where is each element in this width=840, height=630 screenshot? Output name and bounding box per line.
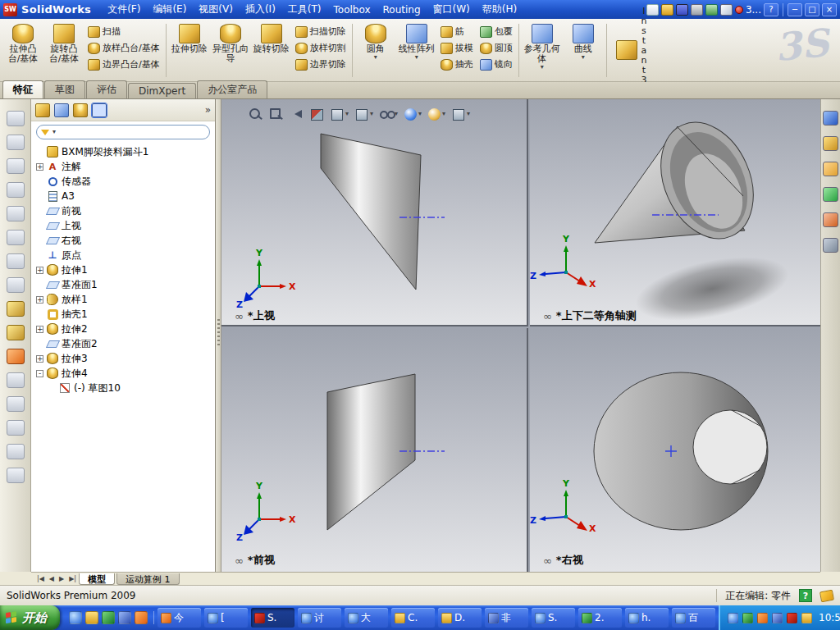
tab-evaluate[interactable]: 评估	[86, 80, 127, 98]
tab-nav-last[interactable]: ▶|	[66, 575, 79, 582]
graphics-area[interactable]: X Y Z X Y Z	[221, 99, 820, 572]
menu-tools[interactable]: 工具(T)	[282, 1, 327, 18]
configurationmanager-tab-icon[interactable]	[73, 103, 88, 117]
tree-item-top-plane[interactable]: 上视	[34, 218, 213, 233]
save-icon[interactable]	[676, 4, 688, 16]
quick-launch-icon[interactable]	[69, 611, 82, 624]
undo-icon[interactable]	[705, 4, 718, 16]
quick-launch-icon[interactable]	[118, 611, 131, 624]
reference-geometry-button[interactable]: 参考几何体▾	[523, 21, 562, 80]
expand-toggle[interactable]: +	[36, 163, 43, 171]
propertymanager-tab-icon[interactable]	[54, 103, 69, 117]
left-toolbar-icon[interactable]	[7, 158, 25, 174]
tree-item-sensors[interactable]: 传感器	[34, 174, 213, 189]
new-document-icon[interactable]	[646, 4, 659, 16]
taskbar-clock[interactable]: 10:52	[819, 612, 840, 623]
tree-item-right-plane[interactable]: 右视	[34, 233, 213, 248]
left-toolbar-icon[interactable]	[7, 325, 25, 340]
taskbar-button[interactable]: 2.	[578, 608, 622, 628]
quick-tips-help-icon[interactable]: ?	[799, 589, 812, 602]
tray-icon[interactable]	[757, 613, 768, 623]
tree-item-sheet-a3[interactable]: A3	[34, 189, 213, 203]
tree-item-loft1[interactable]: +放样1	[34, 292, 213, 307]
tab-sketch[interactable]: 草图	[44, 80, 85, 98]
viewport-front[interactable]	[221, 328, 528, 572]
taskbar-button[interactable]: 大	[345, 608, 388, 628]
previous-view-icon[interactable]	[289, 107, 304, 121]
tree-item-extrude2[interactable]: +拉伸2	[34, 322, 213, 336]
tab-nav-first[interactable]: |◀	[34, 575, 47, 582]
taskbar-button[interactable]: D.	[438, 608, 482, 628]
tree-item-extrude4[interactable]: -拉伸4	[34, 366, 213, 381]
taskbar-button[interactable]: C.	[391, 608, 435, 628]
minimize-button[interactable]: ─	[788, 3, 802, 16]
expand-toggle[interactable]: +	[36, 326, 43, 333]
left-toolbar-icon[interactable]	[7, 301, 25, 317]
loft-button[interactable]: 放样凸台/基体	[85, 41, 162, 55]
taskbar-button[interactable]: 讨	[298, 608, 341, 628]
menu-file[interactable]: 文件(F)	[102, 1, 146, 18]
loft-cut-button[interactable]: 放样切割	[293, 41, 349, 55]
hole-wizard-button[interactable]: 异型孔向导	[211, 21, 250, 80]
boundary-boss-button[interactable]: 边界凸台/基体	[85, 57, 162, 71]
left-toolbar-icon[interactable]	[7, 444, 25, 459]
left-toolbar-icon[interactable]	[7, 182, 25, 198]
left-toolbar-icon[interactable]	[7, 468, 25, 483]
expand-toggle[interactable]: +	[36, 267, 43, 274]
tray-icon[interactable]	[772, 613, 783, 623]
fillet-button[interactable]: 圆角▾	[356, 21, 395, 80]
rib-button[interactable]: 筋	[438, 25, 476, 39]
tray-icon[interactable]	[742, 613, 753, 623]
curves-button[interactable]: 曲线▾	[564, 21, 603, 80]
start-button[interactable]: 开始	[0, 605, 60, 630]
left-toolbar-icon[interactable]	[7, 253, 25, 269]
tree-item-origin[interactable]: 原点	[34, 248, 213, 262]
tag-icon[interactable]	[819, 589, 834, 602]
dimxpertmanager-tab-icon[interactable]	[92, 103, 107, 117]
extrude-boss-button[interactable]: 拉伸凸台/基体	[3, 21, 43, 80]
hide-show-items-button[interactable]: ▾	[379, 107, 398, 121]
zoom-area-icon[interactable]	[268, 107, 283, 121]
tree-item-front-plane[interactable]: 前视	[34, 203, 213, 218]
dome-button[interactable]: 圆顶	[477, 41, 515, 55]
taskbar-button[interactable]: 百	[672, 608, 715, 628]
open-icon[interactable]	[661, 4, 673, 16]
zoom-fit-icon[interactable]	[248, 107, 262, 121]
restore-button[interactable]: □	[805, 3, 819, 16]
tab-motion-study[interactable]: 运动算例 1	[116, 573, 180, 585]
instant3d-button[interactable]: Instant3D	[610, 21, 650, 80]
print-icon[interactable]	[691, 4, 703, 16]
taskbar-button[interactable]: S.	[532, 608, 575, 628]
revolve-cut-button[interactable]: 旋转切除	[252, 21, 291, 80]
left-toolbar-icon[interactable]	[7, 372, 25, 388]
select-icon[interactable]	[720, 4, 733, 16]
taskbar-button[interactable]: 非	[485, 608, 528, 628]
tray-icon[interactable]	[787, 613, 797, 623]
custom-properties-icon[interactable]	[823, 238, 838, 253]
left-toolbar-icon[interactable]	[7, 396, 25, 412]
left-toolbar-icon[interactable]	[7, 349, 25, 364]
apply-scene-button[interactable]: ▾	[427, 107, 445, 121]
close-button[interactable]: ×	[822, 3, 837, 16]
shell-button[interactable]: 抽壳	[438, 57, 476, 71]
tray-icon[interactable]	[728, 613, 738, 623]
tree-item-plane2[interactable]: 基准面2	[34, 336, 213, 351]
filter-dropdown-icon[interactable]: ▾	[52, 129, 56, 135]
menu-toolbox[interactable]: Toolbox	[328, 2, 377, 17]
tree-item-plane1[interactable]: 基准面1	[34, 277, 213, 292]
task-pane-home-icon[interactable]	[823, 111, 838, 126]
menu-edit[interactable]: 编辑(E)	[147, 1, 192, 18]
menu-view[interactable]: 视图(V)	[193, 1, 239, 18]
taskbar-button-solidworks[interactable]: S.	[251, 608, 294, 628]
left-toolbar-icon[interactable]	[7, 111, 25, 126]
tree-root-part[interactable]: BXM脚架接料漏斗1	[34, 144, 213, 159]
section-view-icon[interactable]	[309, 107, 324, 121]
panel-splitter[interactable]	[216, 99, 221, 572]
draft-button[interactable]: 拔模	[438, 41, 476, 55]
toolbar-overflow-label[interactable]: 3...	[746, 4, 761, 16]
edit-appearance-button[interactable]: ▾	[404, 107, 422, 121]
taskbar-button[interactable]: [	[204, 608, 248, 628]
left-toolbar-icon[interactable]	[7, 277, 25, 293]
left-toolbar-icon[interactable]	[7, 230, 25, 245]
featuremanager-tab-icon[interactable]	[35, 103, 50, 117]
